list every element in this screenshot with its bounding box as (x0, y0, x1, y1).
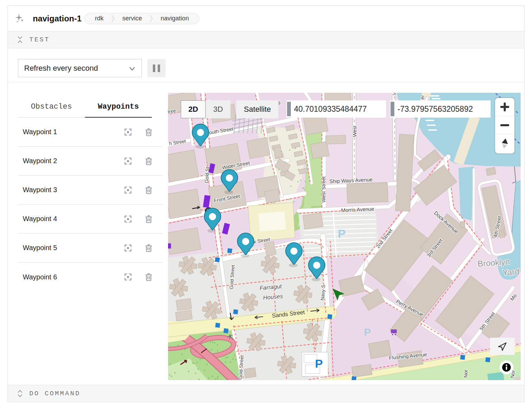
svg-text:P: P (338, 227, 346, 240)
svg-text:Va: Va (391, 93, 397, 96)
svg-text:West Street: West Street (321, 177, 326, 202)
svg-text:West: West (352, 126, 357, 137)
svg-text:Yard: Yard (502, 267, 520, 277)
svg-text:Nor: Nor (463, 369, 469, 378)
svg-text:P: P (315, 357, 323, 370)
svg-text:Navy S: Navy S (319, 285, 326, 300)
svg-text:P: P (364, 326, 371, 338)
